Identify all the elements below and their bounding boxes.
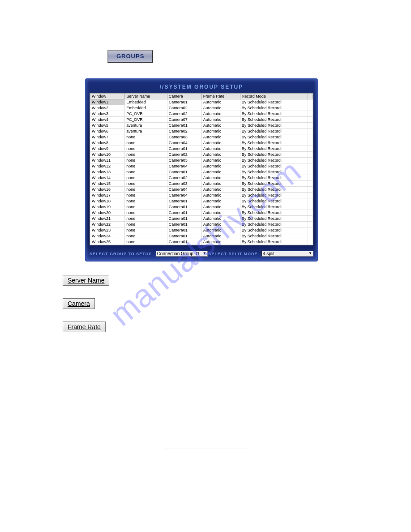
table-row[interactable]: Window25noneCamera01AutomaticBy Schedule… (90, 239, 313, 245)
table-cell: Camera01 (167, 123, 201, 129)
select-group-dropdown[interactable]: Connection Group 01 ▼ (156, 251, 208, 257)
table-cell: Window3 (90, 111, 125, 117)
table-cell (308, 216, 313, 222)
table-cell: Window20 (90, 210, 125, 216)
table-row[interactable]: Window23noneCamera01AutomaticBy Schedule… (90, 227, 313, 233)
system-group-panel: //SYSTEM GROUP SETUP WindowServer NameCa… (85, 78, 318, 262)
column-header[interactable]: Record Mode (240, 94, 308, 99)
table-row[interactable]: Window16noneCamera04AutomaticBy Schedule… (90, 187, 313, 193)
select-split-label: SELECT SPLIT MODE (209, 252, 258, 256)
table-cell: By Scheduled Recordi (240, 105, 308, 111)
table-cell: Camera01 (167, 233, 201, 239)
column-header[interactable] (308, 94, 313, 99)
table-cell: Camera01 (167, 216, 201, 222)
table-cell (308, 222, 313, 227)
table-cell: By Scheduled Recordi (240, 181, 308, 187)
table-cell: Window13 (90, 169, 125, 175)
groups-button[interactable]: GROUPS (107, 50, 153, 63)
table-cell: none (125, 216, 167, 222)
group-table: WindowServer NameCameraFrame RateRecord … (90, 93, 313, 245)
table-row[interactable]: Window11noneCamera03AutomaticBy Schedule… (90, 158, 313, 163)
table-row[interactable]: Window1EmbeddedCamera01AutomaticBy Sched… (90, 99, 313, 105)
table-cell: By Scheduled Recordi (240, 175, 308, 181)
table-cell: Window16 (90, 187, 125, 193)
table-cell: By Scheduled Recordi (240, 111, 308, 117)
table-row[interactable]: Window19noneCamera01AutomaticBy Schedule… (90, 204, 313, 210)
table-cell: By Scheduled Recordi (240, 210, 308, 216)
table-cell (308, 169, 313, 175)
table-cell: Window11 (90, 158, 125, 163)
table-cell: Automatic (201, 99, 240, 105)
top-divider (36, 36, 375, 36)
server-name-column-button[interactable]: Server Name (63, 275, 109, 286)
table-row[interactable]: Window4PC_DVRCamera07AutomaticBy Schedul… (90, 117, 313, 123)
table-cell (308, 239, 313, 245)
table-cell: none (125, 222, 167, 227)
table-cell: Camera01 (167, 222, 201, 227)
table-cell: Automatic (201, 129, 240, 134)
table-cell: Window1 (90, 99, 125, 105)
table-row[interactable]: Window15noneCamera03AutomaticBy Schedule… (90, 181, 313, 187)
table-cell: By Scheduled Recordi (240, 123, 308, 129)
table-cell: Camera03 (167, 181, 201, 187)
table-cell (308, 117, 313, 123)
frame-rate-column-button[interactable]: Frame Rate (63, 322, 106, 332)
table-cell: Camera01 (167, 198, 201, 204)
table-row[interactable]: Window13noneCamera01AutomaticBy Schedule… (90, 169, 313, 175)
footer-divider (36, 449, 375, 449)
table-cell: Automatic (201, 210, 240, 216)
table-cell: Window9 (90, 146, 125, 152)
table-row[interactable]: Window14noneCamera02AutomaticBy Schedule… (90, 175, 313, 181)
table-cell: By Scheduled Recordi (240, 163, 308, 169)
table-cell (308, 204, 313, 210)
table-cell (308, 158, 313, 163)
table-cell: Automatic (201, 193, 240, 198)
table-row[interactable]: Window18noneCamera01AutomaticBy Schedule… (90, 198, 313, 204)
table-cell (308, 227, 313, 233)
table-cell: Automatic (201, 146, 240, 152)
column-header[interactable]: Camera (167, 94, 201, 99)
table-cell (308, 105, 313, 111)
table-row[interactable]: Window20noneCamera01AutomaticBy Schedule… (90, 210, 313, 216)
table-row[interactable]: Window22noneCamera01AutomaticBy Schedule… (90, 222, 313, 227)
table-cell (308, 99, 313, 105)
table-cell: By Scheduled Recordi (240, 134, 308, 140)
table-row[interactable]: Window9noneCamera01AutomaticBy Scheduled… (90, 146, 313, 152)
table-cell: By Scheduled Recordi (240, 216, 308, 222)
table-row[interactable]: Window12noneCamera04AutomaticBy Schedule… (90, 163, 313, 169)
table-cell: Automatic (201, 134, 240, 140)
table-row[interactable]: Window21noneCamera01AutomaticBy Schedule… (90, 216, 313, 222)
table-row[interactable]: Window24noneCamera01AutomaticBy Schedule… (90, 233, 313, 239)
table-row[interactable]: Window7noneCamera03AutomaticBy Scheduled… (90, 134, 313, 140)
table-row[interactable]: Window5aventuraCamera01AutomaticBy Sched… (90, 123, 313, 129)
table-row[interactable]: Window8noneCamera04AutomaticBy Scheduled… (90, 140, 313, 146)
table-row[interactable]: Window6aventuraCamera02AutomaticBy Sched… (90, 129, 313, 134)
table-cell: Camera03 (167, 158, 201, 163)
table-cell: Camera02 (167, 129, 201, 134)
table-cell: Window14 (90, 175, 125, 181)
table-cell: Camera01 (167, 210, 201, 216)
table-cell: Camera01 (167, 169, 201, 175)
table-cell: Automatic (201, 105, 240, 111)
column-header[interactable]: Frame Rate (201, 94, 240, 99)
column-header[interactable]: Server Name (125, 94, 167, 99)
select-split-dropdown[interactable]: 4 split ▼ (261, 251, 313, 257)
table-cell: By Scheduled Recordi (240, 158, 308, 163)
table-cell: Automatic (201, 117, 240, 123)
select-group-label: SELECT GROUP TO SETUP (90, 252, 152, 256)
table-cell: none (125, 193, 167, 198)
table-row[interactable]: Window10noneCamera02AutomaticBy Schedule… (90, 152, 313, 158)
table-cell: Embedded (125, 99, 167, 105)
table-row[interactable]: Window3PC_DVRCamera02AutomaticBy Schedul… (90, 111, 313, 117)
table-cell: Automatic (201, 239, 240, 245)
table-cell: By Scheduled Recordi (240, 152, 308, 158)
select-group-value: Connection Group 01 (157, 251, 200, 256)
table-cell: none (125, 152, 167, 158)
table-row[interactable]: Window2EmbeddedCamera02AutomaticBy Sched… (90, 105, 313, 111)
column-header[interactable]: Window (90, 94, 125, 99)
camera-column-button[interactable]: Camera (63, 298, 95, 309)
table-cell: Window22 (90, 222, 125, 227)
table-row[interactable]: Window17noneCamera04AutomaticBy Schedule… (90, 193, 313, 198)
table-cell: Window15 (90, 181, 125, 187)
table-cell: none (125, 210, 167, 216)
